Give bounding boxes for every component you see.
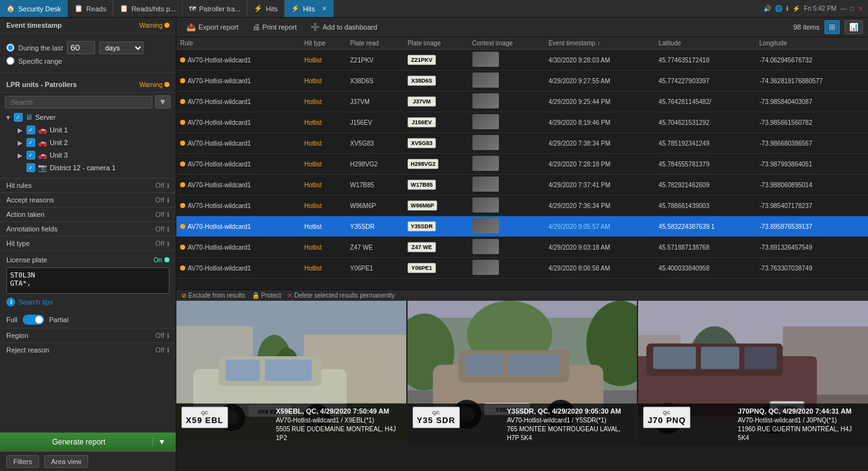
full-partial-switch[interactable] bbox=[23, 315, 44, 325]
camera-checkbox[interactable] bbox=[26, 163, 35, 172]
col-rule[interactable]: Rule bbox=[176, 37, 300, 50]
cell-hit-type: Hotlist bbox=[300, 175, 346, 195]
cell-rule: AV70-Hotlist-wildcard1 bbox=[176, 258, 300, 279]
filter-hit-type[interactable]: Hit type Off ℹ bbox=[0, 236, 176, 250]
image-card-3[interactable]: J70PNQ QC J70 PNQ J70PNQ, QC, 4/29/2020 … bbox=[638, 301, 868, 446]
tree-unit1-item[interactable]: ▶ 🚗 Unit 1 bbox=[13, 124, 176, 136]
filter-accept-reasons[interactable]: Accept reasons Off ℹ bbox=[0, 192, 176, 207]
unit2-checkbox[interactable] bbox=[26, 138, 35, 147]
filters-button[interactable]: Filters bbox=[6, 455, 39, 468]
tab-hits1[interactable]: ⚡ Hits bbox=[248, 0, 285, 17]
unit1-checkbox[interactable] bbox=[26, 125, 35, 134]
protect-button[interactable]: 🔒Protect bbox=[252, 292, 282, 299]
svg-rect-43 bbox=[701, 347, 740, 369]
tab-label: Hits bbox=[303, 5, 315, 13]
tab-hits2[interactable]: ⚡ Hits ✕ bbox=[285, 0, 334, 17]
col-context-image[interactable]: Context image bbox=[469, 37, 545, 50]
table-row[interactable]: AV70-Hotlist-wildcard1 Hotlist Z21PKV Z2… bbox=[176, 50, 868, 71]
cell-latitude: 45.774227903397 bbox=[655, 71, 756, 91]
hit-type-info-icon[interactable]: ℹ bbox=[167, 240, 169, 247]
table-row[interactable]: AV70-Hotlist-wildcard1 Hotlist Z47 WE Z4… bbox=[176, 237, 868, 258]
specific-range-row: Specific range bbox=[6, 57, 169, 65]
cell-timestamp: 4/29/2020 9:27:55 AM bbox=[545, 71, 655, 91]
exclude-icon: ⊘ bbox=[181, 292, 186, 299]
tab-close-button[interactable]: ✕ bbox=[322, 5, 327, 12]
units-search-button[interactable]: ▼ bbox=[155, 95, 171, 108]
tab-reads[interactable]: 📋 Reads bbox=[68, 0, 113, 17]
filter-annotation-fields[interactable]: Annotation fields Off ℹ bbox=[0, 221, 176, 236]
tab-reads-hits[interactable]: 📋 Reads/hits p... bbox=[113, 0, 183, 17]
cell-rule: AV70-Hotlist-wildcard1 bbox=[176, 237, 300, 258]
generate-report-button[interactable]: Generate report ▼ bbox=[0, 433, 176, 451]
tree-camera-item[interactable]: 📷 District 12 - camera 1 bbox=[13, 161, 176, 174]
during-last-unit-select[interactable]: days hours minutes bbox=[99, 42, 144, 54]
tree-unit2-item[interactable]: ▶ 🚗 Unit 2 bbox=[13, 136, 176, 149]
table-row[interactable]: AV70-Hotlist-wildcard1 Hotlist W17B85 W1… bbox=[176, 175, 868, 195]
add-dashboard-button[interactable]: ➕ Add to dashboard bbox=[306, 21, 382, 33]
cell-rule: AV70-Hotlist-wildcard1 bbox=[176, 216, 300, 237]
area-view-button[interactable]: Area view bbox=[44, 455, 88, 468]
plate-badge-1: QC X59 EBL bbox=[181, 407, 228, 428]
during-last-value-input[interactable] bbox=[67, 41, 95, 54]
tab-label: Hits bbox=[266, 5, 278, 13]
tab-label: Reads bbox=[86, 5, 106, 13]
accept-reasons-info-icon[interactable]: ℹ bbox=[167, 197, 169, 204]
chart-view-button[interactable]: 📊 bbox=[845, 20, 863, 34]
specific-range-radio[interactable] bbox=[6, 57, 14, 65]
plate-badge-2: QC Y35 SDR bbox=[413, 407, 460, 428]
region-info-icon[interactable]: ℹ bbox=[167, 332, 169, 339]
cell-context-image bbox=[469, 71, 545, 91]
col-timestamp[interactable]: Event timestamp ↑ bbox=[545, 37, 655, 50]
export-report-button[interactable]: 📤 Export report bbox=[181, 21, 244, 33]
tab-patroller[interactable]: 🗺 Patroller tra... bbox=[183, 0, 248, 17]
print-report-button[interactable]: 🖨 Print report bbox=[248, 21, 302, 33]
hit-rules-info-icon[interactable]: ℹ bbox=[167, 182, 169, 189]
generate-report-arrow[interactable]: ▼ bbox=[152, 438, 171, 446]
grid-view-button[interactable]: ⊞ bbox=[825, 20, 840, 34]
filter-region[interactable]: Region Off ℹ bbox=[0, 328, 176, 342]
col-longitude[interactable]: Longitude bbox=[756, 37, 868, 50]
image-card-2[interactable]: Y35SDR QC Y35 SDR Y35SDR, QC, 4/29/2020 … bbox=[408, 301, 639, 446]
filter-reject-reason[interactable]: Reject reason Off ℹ bbox=[0, 342, 176, 357]
table-row[interactable]: AV70-Hotlist-wildcard1 Hotlist Y06PE1 Y0… bbox=[176, 258, 868, 279]
tree-unit3-item[interactable]: ▶ 🚗 Unit 3 bbox=[13, 149, 176, 161]
search-tips-link[interactable]: ℹ Search tips bbox=[6, 298, 169, 306]
tab-security-desk[interactable]: 🏠 Security Desk bbox=[0, 0, 68, 17]
tree-server-item[interactable]: ▼ 🖥 Server bbox=[0, 111, 176, 124]
filter-hit-rules[interactable]: Hit rules Off ℹ bbox=[0, 178, 176, 192]
plate-badge-3: QC J70 PNQ bbox=[643, 407, 690, 428]
table-row[interactable]: AV70-Hotlist-wildcard1 Hotlist X38D6S X3… bbox=[176, 71, 868, 91]
license-plate-input[interactable]: ST0L3N GTA*, bbox=[6, 267, 169, 294]
reads-hits-icon: 📋 bbox=[120, 4, 128, 13]
cell-longitude: -73.988060895014 bbox=[756, 175, 868, 195]
table-row[interactable]: AV70-Hotlist-wildcard1 Hotlist J37VM J37… bbox=[176, 91, 868, 112]
table-row[interactable]: AV70-Hotlist-wildcard1 Hotlist H298VG2 H… bbox=[176, 154, 868, 175]
action-taken-info-icon[interactable]: ℹ bbox=[167, 211, 169, 218]
table-row[interactable]: AV70-Hotlist-wildcard1 Hotlist W96M6P W9… bbox=[176, 195, 868, 216]
search-tips-label: Search tips bbox=[18, 298, 53, 306]
maximize-button[interactable]: □ bbox=[850, 5, 854, 12]
dashboard-icon: ➕ bbox=[311, 23, 320, 32]
table-row[interactable]: AV70-Hotlist-wildcard1 Hotlist XV5G83 XV… bbox=[176, 133, 868, 154]
server-checkbox[interactable] bbox=[14, 113, 23, 122]
during-last-radio[interactable] bbox=[6, 44, 14, 52]
reject-reason-info-icon[interactable]: ℹ bbox=[167, 347, 169, 354]
items-count: 98 items bbox=[793, 23, 819, 31]
col-plate-image[interactable]: Plate image bbox=[404, 37, 469, 50]
cell-longitude: -73.895876539137 bbox=[756, 216, 868, 237]
col-hit-type[interactable]: Hit type bbox=[300, 37, 346, 50]
units-search-input[interactable] bbox=[5, 96, 152, 108]
unit3-checkbox[interactable] bbox=[26, 151, 35, 160]
filter-action-taken[interactable]: Action taken Off ℹ bbox=[0, 207, 176, 221]
table-row[interactable]: AV70-Hotlist-wildcard1 Hotlist Y35SDR Y3… bbox=[176, 216, 868, 237]
delete-button[interactable]: ✕Delete selected results permanently bbox=[287, 292, 394, 299]
search-tips-icon: ℹ bbox=[6, 298, 15, 306]
annotation-info-icon[interactable]: ℹ bbox=[167, 226, 169, 233]
col-latitude[interactable]: Latitude bbox=[655, 37, 756, 50]
exclude-from-results-button[interactable]: ⊘Exclude from results bbox=[181, 292, 246, 299]
table-row[interactable]: AV70-Hotlist-wildcard1 Hotlist J156EV J1… bbox=[176, 112, 868, 133]
col-plate-read[interactable]: Plate read bbox=[346, 37, 404, 50]
minimize-button[interactable]: — bbox=[840, 5, 847, 12]
close-window-button[interactable]: ✕ bbox=[858, 5, 863, 12]
image-card-1[interactable]: X59 EBL QC X59 EBL X59EBL, QC, 4/29/2020… bbox=[176, 301, 408, 446]
